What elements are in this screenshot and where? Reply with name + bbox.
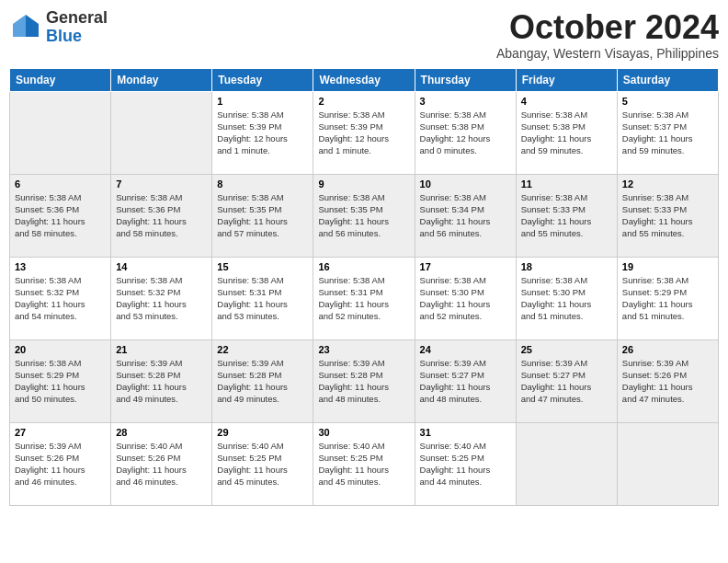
day-info: Sunrise: 5:38 AM Sunset: 5:36 PM Dayligh…	[15, 191, 106, 240]
day-number: 26	[622, 344, 713, 355]
table-row: 23Sunrise: 5:39 AM Sunset: 5:28 PM Dayli…	[313, 339, 415, 422]
day-info: Sunrise: 5:38 AM Sunset: 5:31 PM Dayligh…	[318, 274, 409, 323]
day-number: 3	[420, 96, 511, 107]
table-row: 1Sunrise: 5:38 AM Sunset: 5:39 PM Daylig…	[212, 91, 313, 174]
day-number: 4	[521, 96, 612, 107]
logo-icon	[9, 11, 42, 44]
day-number: 2	[318, 96, 409, 107]
table-row: 14Sunrise: 5:38 AM Sunset: 5:32 PM Dayli…	[111, 257, 212, 339]
day-number: 24	[420, 344, 511, 355]
month-title: October 2024	[496, 9, 719, 46]
calendar-week-row: 20Sunrise: 5:38 AM Sunset: 5:29 PM Dayli…	[10, 339, 719, 422]
day-info: Sunrise: 5:38 AM Sunset: 5:30 PM Dayligh…	[420, 274, 511, 323]
day-info: Sunrise: 5:39 AM Sunset: 5:28 PM Dayligh…	[318, 357, 409, 406]
day-info: Sunrise: 5:38 AM Sunset: 5:34 PM Dayligh…	[420, 191, 511, 240]
day-number: 25	[521, 344, 612, 355]
table-row: 4Sunrise: 5:38 AM Sunset: 5:38 PM Daylig…	[516, 91, 617, 174]
day-number: 31	[420, 427, 511, 438]
header-sunday: Sunday	[10, 68, 111, 91]
table-row: 21Sunrise: 5:39 AM Sunset: 5:28 PM Dayli…	[111, 339, 212, 422]
table-row	[111, 91, 212, 174]
day-number: 19	[622, 261, 713, 272]
day-info: Sunrise: 5:38 AM Sunset: 5:37 PM Dayligh…	[622, 109, 713, 157]
day-info: Sunrise: 5:39 AM Sunset: 5:26 PM Dayligh…	[15, 440, 106, 488]
day-info: Sunrise: 5:38 AM Sunset: 5:38 PM Dayligh…	[420, 109, 511, 157]
table-row: 30Sunrise: 5:40 AM Sunset: 5:25 PM Dayli…	[313, 422, 415, 505]
table-row: 26Sunrise: 5:39 AM Sunset: 5:26 PM Dayli…	[617, 339, 718, 422]
day-number: 22	[217, 344, 308, 355]
day-number: 12	[622, 178, 713, 190]
table-row: 13Sunrise: 5:38 AM Sunset: 5:32 PM Dayli…	[10, 257, 111, 339]
day-info: Sunrise: 5:38 AM Sunset: 5:32 PM Dayligh…	[15, 274, 106, 323]
table-row: 5Sunrise: 5:38 AM Sunset: 5:37 PM Daylig…	[617, 91, 718, 174]
day-info: Sunrise: 5:39 AM Sunset: 5:28 PM Dayligh…	[116, 357, 207, 406]
day-info: Sunrise: 5:39 AM Sunset: 5:28 PM Dayligh…	[217, 357, 308, 406]
table-row: 17Sunrise: 5:38 AM Sunset: 5:30 PM Dayli…	[415, 257, 516, 339]
day-info: Sunrise: 5:38 AM Sunset: 5:32 PM Dayligh…	[116, 274, 207, 323]
calendar-table: Sunday Monday Tuesday Wednesday Thursday…	[9, 68, 719, 506]
day-info: Sunrise: 5:38 AM Sunset: 5:29 PM Dayligh…	[622, 274, 713, 323]
day-info: Sunrise: 5:38 AM Sunset: 5:39 PM Dayligh…	[318, 109, 409, 157]
day-info: Sunrise: 5:38 AM Sunset: 5:38 PM Dayligh…	[521, 109, 612, 157]
day-number: 21	[116, 344, 207, 355]
day-info: Sunrise: 5:38 AM Sunset: 5:35 PM Dayligh…	[217, 191, 308, 240]
table-row: 9Sunrise: 5:38 AM Sunset: 5:35 PM Daylig…	[313, 174, 415, 257]
title-block: October 2024 Abangay, Western Visayas, P…	[496, 9, 719, 61]
day-number: 30	[318, 427, 409, 438]
day-number: 13	[15, 261, 106, 272]
day-number: 8	[217, 178, 308, 190]
table-row: 16Sunrise: 5:38 AM Sunset: 5:31 PM Dayli…	[313, 257, 415, 339]
day-info: Sunrise: 5:38 AM Sunset: 5:35 PM Dayligh…	[318, 191, 409, 240]
header-wednesday: Wednesday	[313, 68, 415, 91]
day-number: 18	[521, 261, 612, 272]
calendar-header-row: Sunday Monday Tuesday Wednesday Thursday…	[10, 68, 719, 91]
day-number: 9	[318, 178, 409, 190]
table-row: 27Sunrise: 5:39 AM Sunset: 5:26 PM Dayli…	[10, 422, 111, 505]
table-row: 22Sunrise: 5:39 AM Sunset: 5:28 PM Dayli…	[212, 339, 313, 422]
day-number: 28	[116, 427, 207, 438]
header-friday: Friday	[516, 68, 617, 91]
day-info: Sunrise: 5:40 AM Sunset: 5:26 PM Dayligh…	[116, 440, 207, 488]
day-number: 23	[318, 344, 409, 355]
day-info: Sunrise: 5:38 AM Sunset: 5:31 PM Dayligh…	[217, 274, 308, 323]
day-info: Sunrise: 5:38 AM Sunset: 5:33 PM Dayligh…	[521, 191, 612, 240]
header-thursday: Thursday	[415, 68, 516, 91]
table-row: 2Sunrise: 5:38 AM Sunset: 5:39 PM Daylig…	[313, 91, 415, 174]
page-header: General Blue October 2024 Abangay, Weste…	[9, 9, 719, 61]
day-number: 1	[217, 96, 308, 107]
logo-blue: Blue	[46, 28, 108, 46]
svg-marker-0	[26, 15, 39, 37]
calendar-week-row: 1Sunrise: 5:38 AM Sunset: 5:39 PM Daylig…	[10, 91, 719, 174]
location-subtitle: Abangay, Western Visayas, Philippines	[496, 46, 719, 61]
calendar-week-row: 27Sunrise: 5:39 AM Sunset: 5:26 PM Dayli…	[10, 422, 719, 505]
day-number: 5	[622, 96, 713, 107]
logo-text: General Blue	[46, 9, 108, 46]
day-info: Sunrise: 5:38 AM Sunset: 5:30 PM Dayligh…	[521, 274, 612, 323]
table-row: 28Sunrise: 5:40 AM Sunset: 5:26 PM Dayli…	[111, 422, 212, 505]
header-saturday: Saturday	[617, 68, 718, 91]
day-number: 6	[15, 178, 106, 190]
day-info: Sunrise: 5:40 AM Sunset: 5:25 PM Dayligh…	[217, 440, 308, 488]
day-number: 7	[116, 178, 207, 190]
table-row: 8Sunrise: 5:38 AM Sunset: 5:35 PM Daylig…	[212, 174, 313, 257]
day-number: 20	[15, 344, 106, 355]
day-number: 27	[15, 427, 106, 438]
table-row: 11Sunrise: 5:38 AM Sunset: 5:33 PM Dayli…	[516, 174, 617, 257]
table-row: 29Sunrise: 5:40 AM Sunset: 5:25 PM Dayli…	[212, 422, 313, 505]
day-info: Sunrise: 5:39 AM Sunset: 5:27 PM Dayligh…	[521, 357, 612, 406]
logo: General Blue	[9, 9, 108, 46]
table-row: 10Sunrise: 5:38 AM Sunset: 5:34 PM Dayli…	[415, 174, 516, 257]
day-number: 29	[217, 427, 308, 438]
table-row: 6Sunrise: 5:38 AM Sunset: 5:36 PM Daylig…	[10, 174, 111, 257]
table-row: 7Sunrise: 5:38 AM Sunset: 5:36 PM Daylig…	[111, 174, 212, 257]
table-row	[10, 91, 111, 174]
svg-marker-1	[13, 15, 26, 37]
calendar-week-row: 13Sunrise: 5:38 AM Sunset: 5:32 PM Dayli…	[10, 257, 719, 339]
day-number: 11	[521, 178, 612, 190]
header-tuesday: Tuesday	[212, 68, 313, 91]
day-info: Sunrise: 5:40 AM Sunset: 5:25 PM Dayligh…	[420, 440, 511, 488]
day-info: Sunrise: 5:38 AM Sunset: 5:33 PM Dayligh…	[622, 191, 713, 240]
table-row: 18Sunrise: 5:38 AM Sunset: 5:30 PM Dayli…	[516, 257, 617, 339]
header-monday: Monday	[111, 68, 212, 91]
table-row	[516, 422, 617, 505]
